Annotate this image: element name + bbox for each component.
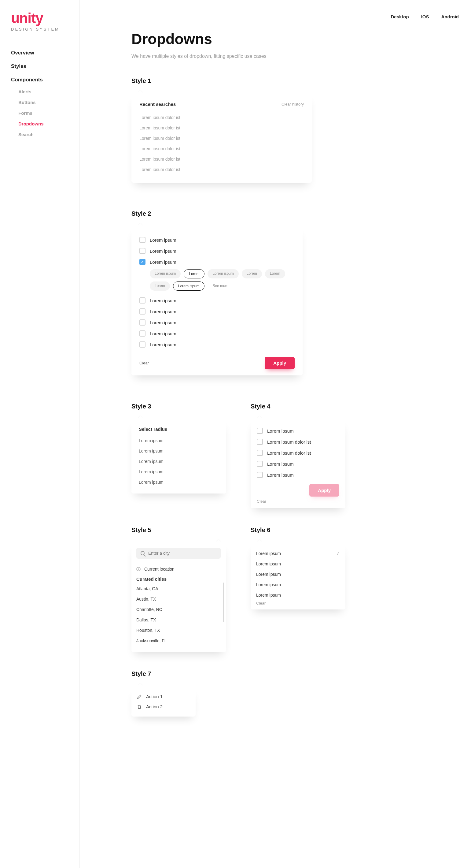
option-label: Lorem ipsum <box>267 428 294 434</box>
chip-group: Lorem ispum Lorem Lorem ispum Lorem Lore… <box>150 269 295 291</box>
apply-button-disabled[interactable]: Apply <box>309 484 339 497</box>
city-option[interactable]: Atlanta, GA <box>136 584 223 594</box>
radius-option[interactable]: Lorem ipsum <box>139 435 219 446</box>
style2-heading: Style 2 <box>131 210 453 217</box>
recent-search-item[interactable]: Lorem ipsum dolor ist <box>139 112 304 123</box>
style4-option[interactable]: Lorem ipsum dolor ist <box>257 436 339 447</box>
radius-option[interactable]: Lorem ipsum <box>139 456 219 467</box>
city-option[interactable]: Houston, TX <box>136 625 223 636</box>
radius-option[interactable]: Lorem ipsum <box>139 446 219 456</box>
city-search-field[interactable] <box>136 548 221 559</box>
style2-option[interactable]: Lorem ipsum <box>139 339 295 350</box>
checkbox-icon[interactable] <box>257 439 263 445</box>
style4-option[interactable]: Lorem ipsum <box>257 458 339 469</box>
checkbox-icon[interactable] <box>139 341 145 347</box>
clear-history-link[interactable]: Clear history <box>281 102 304 106</box>
option-label: Lorem ipsum <box>150 320 176 325</box>
style6-option[interactable]: Lorem ipsum <box>256 559 340 569</box>
style1-card: Recent searches Clear history Lorem ipsu… <box>131 94 312 183</box>
style6-option[interactable]: Lorem ipsum <box>256 580 340 590</box>
apply-button[interactable]: Apply <box>265 357 295 369</box>
option-label: Lorem ipsum <box>150 248 176 254</box>
checkbox-icon[interactable] <box>139 308 145 314</box>
tab-android[interactable]: Android <box>441 14 459 19</box>
tab-desktop[interactable]: Desktop <box>391 14 409 19</box>
action-delete[interactable]: Action 2 <box>137 702 190 712</box>
recent-searches-title: Recent searches <box>139 101 176 107</box>
subnav-forms[interactable]: Forms <box>18 111 79 116</box>
style2-option[interactable]: Lorem ipsum <box>139 235 295 245</box>
radius-option[interactable]: Lorem ipsum <box>139 477 219 487</box>
recent-search-item[interactable]: Lorem ipsum dolor ist <box>139 154 304 164</box>
option-label: Lorem ipsum dolor ist <box>267 439 311 444</box>
style2-option-checked[interactable]: ✓ Lorem ipsum <box>139 256 295 268</box>
checkbox-icon[interactable] <box>257 428 263 434</box>
checkbox-icon[interactable] <box>139 298 145 304</box>
city-option[interactable]: Charlotte, NC <box>136 604 223 615</box>
current-location-option[interactable]: Current location <box>136 564 223 574</box>
style6-option-selected[interactable]: Lorem ipsum ✓ <box>256 548 340 559</box>
chip-selected[interactable]: Lorem ispum <box>173 281 204 291</box>
recent-search-item[interactable]: Lorem ipsum dolor ist <box>139 164 304 175</box>
style4-option[interactable]: Lorem ipsum dolor ist <box>257 447 339 458</box>
nav-overview[interactable]: Overview <box>11 50 79 56</box>
city-option[interactable]: Austin, TX <box>136 594 223 604</box>
style6-heading: Style 6 <box>250 527 345 534</box>
clear-link[interactable]: Clear <box>257 499 266 504</box>
city-input[interactable] <box>148 551 216 556</box>
nav-components[interactable]: Components <box>11 77 79 83</box>
option-label: Lorem ipsum <box>150 309 176 314</box>
chip[interactable]: Lorem ispum <box>207 269 238 278</box>
style6-option[interactable]: Lorem ipsum <box>256 590 340 600</box>
style2-card: Lorem ipsum Lorem ipsum ✓ Lorem ipsum Lo… <box>131 226 303 375</box>
option-label: Lorem ipsum <box>150 342 176 347</box>
chip[interactable]: Lorem <box>265 269 285 278</box>
chip[interactable]: Lorem <box>150 281 170 291</box>
style2-option[interactable]: Lorem ipsum <box>139 328 295 339</box>
recent-search-item[interactable]: Lorem ipsum dolor ist <box>139 144 304 154</box>
option-label: Lorem ipsum <box>267 472 294 477</box>
clear-link[interactable]: Clear <box>256 601 266 606</box>
city-option[interactable]: Dallas, TX <box>136 615 223 625</box>
chip[interactable]: Lorem ispum <box>150 269 181 278</box>
checkbox-icon[interactable] <box>139 237 145 243</box>
checkbox-checked-icon[interactable]: ✓ <box>139 259 145 265</box>
checkbox-icon[interactable] <box>257 450 263 456</box>
subnav-search[interactable]: Search <box>18 132 79 137</box>
city-option[interactable]: Jacksonville, FL <box>136 636 223 646</box>
recent-search-item[interactable]: Lorem ipsum dolor ist <box>139 133 304 144</box>
radius-option[interactable]: Lorem ipsum <box>139 467 219 477</box>
option-label: Lorem ipsum <box>256 561 281 566</box>
style2-option[interactable]: Lorem ipsum <box>139 306 295 317</box>
checkbox-icon[interactable] <box>257 472 263 478</box>
see-more-link[interactable]: See more <box>207 281 233 291</box>
clear-link[interactable]: Clear <box>139 361 149 365</box>
nav-styles[interactable]: Styles <box>11 63 79 69</box>
subnav-dropdowns[interactable]: Dropdowns <box>18 121 79 126</box>
checkbox-icon[interactable] <box>139 331 145 337</box>
style4-card: Lorem ipsum Lorem ipsum dolor ist Lorem … <box>250 419 345 508</box>
style6-option[interactable]: Lorem ipsum <box>256 569 340 580</box>
trash-icon <box>137 704 142 709</box>
style4-option[interactable]: Lorem ipsum <box>257 469 339 480</box>
chip-selected[interactable]: Lorem <box>184 269 204 278</box>
recent-search-item[interactable]: Lorem ipsum dolor ist <box>139 123 304 133</box>
checkbox-icon[interactable] <box>139 248 145 254</box>
chip[interactable]: Lorem <box>242 269 262 278</box>
components-subnav: Alerts Buttons Forms Dropdowns Search <box>18 89 79 137</box>
style2-option[interactable]: Lorem ipsum <box>139 245 295 256</box>
style2-option[interactable]: Lorem ipsum <box>139 295 295 306</box>
style7-heading: Style 7 <box>131 670 453 677</box>
tab-ios[interactable]: IOS <box>421 14 429 19</box>
search-icon <box>141 551 144 555</box>
action-edit[interactable]: Action 1 <box>137 691 190 702</box>
main-content: Dropdowns We have multiple styles of dro… <box>79 0 471 766</box>
subnav-alerts[interactable]: Alerts <box>18 89 79 94</box>
select-radius-title: Select radius <box>139 427 219 432</box>
subnav-buttons[interactable]: Buttons <box>18 100 79 105</box>
checkbox-icon[interactable] <box>257 461 263 467</box>
style4-option[interactable]: Lorem ipsum <box>257 425 339 436</box>
checkbox-icon[interactable] <box>139 319 145 326</box>
style2-option[interactable]: Lorem ipsum <box>139 317 295 328</box>
scrollbar-track[interactable] <box>223 583 224 622</box>
